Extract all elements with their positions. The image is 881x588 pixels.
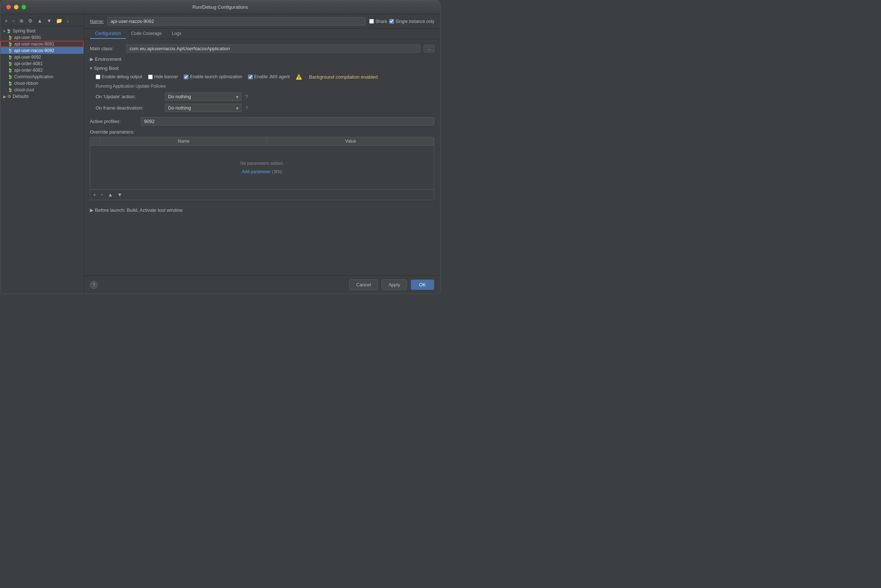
name-label: Name: <box>90 18 104 24</box>
spring-boot-label: Spring Boot <box>94 66 118 71</box>
sidebar-item-api-user-nacos-9091[interactable]: 🍃 api-user-nacos-9091 <box>0 41 84 47</box>
window-title: Run/Debug Configurations <box>192 4 248 10</box>
cancel-button[interactable]: Cancel <box>349 279 378 290</box>
active-profiles-input[interactable] <box>141 117 435 126</box>
bottom-right: Cancel Apply OK <box>349 279 435 290</box>
sidebar-item-cloud-ribbon[interactable]: 🍃 cloud-ribbon <box>0 80 84 87</box>
environment-section[interactable]: ▶ Environment <box>90 56 435 62</box>
add-param-link[interactable]: Add parameter <box>242 169 271 174</box>
spring-icon: 🍃 <box>7 88 13 92</box>
on-update-help-icon[interactable]: ? <box>245 94 248 100</box>
sidebar-item-defaults-group[interactable]: ▶ ⚙ Defaults <box>0 93 84 100</box>
tab-code-coverage[interactable]: Code Coverage <box>126 29 166 39</box>
maximize-button[interactable] <box>21 5 26 9</box>
table-add-button[interactable]: + <box>92 191 97 198</box>
background-compilation-label: Background compilation enabled <box>309 74 378 80</box>
spring-boot-header[interactable]: ▾ Spring Boot <box>90 66 435 71</box>
no-params-text: No parameters added. <box>240 161 284 166</box>
enable-launch-checkbox[interactable] <box>184 75 189 80</box>
tab-logs[interactable]: Logs <box>166 29 186 39</box>
expand-arrow-icon: ▶ <box>3 94 6 99</box>
running-policies-label: Running Application Update Policies <box>96 84 166 89</box>
table-down-button[interactable]: ▼ <box>116 191 124 198</box>
on-frame-select-wrapper: Do nothing Update classes and resources … <box>165 104 241 112</box>
sidebar-item-api-user-9092[interactable]: 🍃 api-user-9092 <box>0 54 84 60</box>
spring-boot-checkboxes: Enable debug output Hide banner Enable l… <box>90 74 435 80</box>
settings-config-button[interactable]: ⚙ <box>27 17 34 24</box>
hide-banner-label[interactable]: Hide banner <box>148 74 178 80</box>
sidebar-item-api-user-9091[interactable]: 🍃 api-user-9091 <box>0 34 84 41</box>
on-frame-help-icon[interactable]: ? <box>245 105 248 111</box>
sort-button[interactable]: ↓ <box>65 17 70 24</box>
sidebar-item-common-application[interactable]: 🍃 CommonApplication <box>0 74 84 80</box>
title-bar: Run/Debug Configurations <box>0 0 440 14</box>
move-up-button[interactable]: ▲ <box>36 17 43 24</box>
spring-icon: 🍃 <box>7 35 13 40</box>
apply-button[interactable]: Apply <box>382 279 408 290</box>
share-checkbox-label[interactable]: Share <box>369 19 387 24</box>
enable-jmx-label[interactable]: Enable JMX agent <box>248 74 290 80</box>
enable-launch-label[interactable]: Enable launch optimization <box>184 74 242 80</box>
sidebar-item-label: api-user-nacos-9092 <box>14 48 54 53</box>
name-input[interactable] <box>107 17 366 26</box>
hide-banner-checkbox[interactable] <box>148 75 153 80</box>
spring-icon: 🍃 <box>7 62 13 66</box>
main-class-browse-button[interactable]: ... <box>424 45 435 52</box>
before-launch-label: Before launch: Build, Activate tool wind… <box>95 207 183 213</box>
before-launch-arrow-icon: ▶ <box>90 207 93 213</box>
sidebar-item-label: api-user-9092 <box>14 55 41 60</box>
configuration-panel: Main class: ... ▶ Environment ▾ Spring B… <box>84 39 440 276</box>
folder-button[interactable]: 📁 <box>55 17 64 24</box>
sidebar-item-cloud-zuul[interactable]: 🍃 cloud-zuul <box>0 87 84 93</box>
sidebar-toolbar: + − ⊕ ⚙ ▲ ▼ 📁 ↓ <box>0 16 84 26</box>
sidebar-item-spring-boot-group[interactable]: ▾ 🍃 Spring Boot <box>0 28 84 34</box>
sidebar-item-label: cloud-zuul <box>14 87 34 92</box>
enable-launch-text: Enable launch optimization <box>190 74 242 80</box>
move-down-button[interactable]: ▼ <box>45 17 53 24</box>
warning-icon: ⚠️ <box>296 74 302 80</box>
share-checkbox[interactable] <box>369 19 374 24</box>
single-instance-label: Single instance only <box>396 19 435 24</box>
help-button[interactable]: ? <box>90 281 98 289</box>
enable-debug-text: Enable debug output <box>102 74 142 80</box>
hide-banner-text: Hide banner <box>154 74 178 80</box>
on-update-select-wrapper: Do nothing Update classes and resources … <box>165 92 241 101</box>
on-update-label: On 'Update' action: <box>96 94 161 99</box>
add-config-button[interactable]: + <box>3 17 9 24</box>
on-frame-select[interactable]: Do nothing Update classes and resources … <box>165 104 241 112</box>
before-launch-section[interactable]: ▶ Before launch: Build, Activate tool wi… <box>90 207 435 213</box>
on-update-row: On 'Update' action: Do nothing Update cl… <box>96 92 435 101</box>
ok-button[interactable]: OK <box>411 279 435 290</box>
close-button[interactable] <box>6 5 11 9</box>
remove-config-button[interactable]: − <box>10 17 16 24</box>
enable-jmx-checkbox[interactable] <box>248 75 253 80</box>
on-frame-row: On frame deactivation: Do nothing Update… <box>96 104 435 112</box>
share-label: Share <box>375 19 387 24</box>
spring-icon: 🍃 <box>7 75 13 80</box>
table-remove-button[interactable]: − <box>99 191 105 198</box>
enable-debug-checkbox[interactable] <box>96 75 100 80</box>
main-class-input[interactable] <box>126 44 420 53</box>
on-update-select[interactable]: Do nothing Update classes and resources … <box>165 92 241 101</box>
table-up-button[interactable]: ▲ <box>106 191 114 198</box>
copy-config-button[interactable]: ⊕ <box>18 17 25 24</box>
main-class-label: Main class: <box>90 46 123 51</box>
tabs-bar: Configuration Code Coverage Logs <box>84 29 440 39</box>
sidebar-item-label: api-user-9091 <box>14 35 41 40</box>
single-instance-checkbox[interactable] <box>389 19 394 24</box>
table-toolbar: + − ▲ ▼ <box>90 189 434 200</box>
sidebar-item-label: api-order-8081 <box>14 61 43 66</box>
minimize-button[interactable] <box>14 5 18 9</box>
override-parameters-section: Override parameters: Name Value No param… <box>90 129 435 200</box>
sidebar-item-label: api-order-8082 <box>14 68 43 73</box>
params-table-body: No parameters added. Add parameter (⌘N) <box>90 146 434 189</box>
sidebar-item-api-order-8081[interactable]: 🍃 api-order-8081 <box>0 60 84 67</box>
single-instance-checkbox-label[interactable]: Single instance only <box>389 19 435 24</box>
enable-debug-label[interactable]: Enable debug output <box>96 74 142 80</box>
tab-configuration[interactable]: Configuration <box>90 29 126 39</box>
sidebar-item-api-order-8082[interactable]: 🍃 api-order-8082 <box>0 67 84 74</box>
spring-icon: 🍃 <box>7 68 13 73</box>
sidebar-item-api-user-nacos-9092[interactable]: 🍃 api-user-nacos-9092 <box>0 47 84 54</box>
expand-arrow-icon: ▾ <box>3 29 5 33</box>
override-params-label: Override parameters: <box>90 129 435 135</box>
